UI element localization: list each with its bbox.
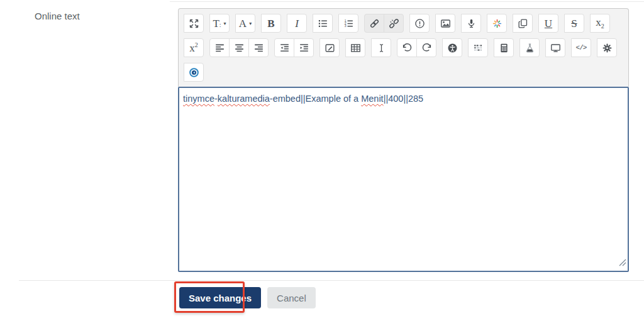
- link-button[interactable]: [364, 14, 384, 33]
- font-selector-icon: A: [239, 18, 247, 29]
- toolbar-button-group: [397, 38, 436, 57]
- redo-icon: [421, 42, 433, 54]
- manage-files-icon: [517, 18, 529, 30]
- toolbar-button-group: [442, 38, 462, 57]
- html-code-icon: </>: [576, 45, 587, 52]
- toolbar-row: x2</>: [184, 38, 623, 57]
- cancel-button[interactable]: Cancel: [267, 287, 316, 308]
- subscript-button[interactable]: x2: [590, 14, 610, 33]
- prevent-autolink-button[interactable]: [409, 14, 430, 33]
- editor-content-area[interactable]: tinymce-kalturamedia-embed||Example of a…: [178, 87, 629, 272]
- chevron-down-icon: ▾: [249, 21, 252, 26]
- toolbar-button-group: [319, 38, 340, 57]
- italic-button[interactable]: I: [287, 14, 307, 33]
- equation-editor-button[interactable]: [494, 38, 514, 57]
- kaltura-embed-button[interactable]: [487, 14, 507, 33]
- screenreader-helper-button[interactable]: [468, 38, 488, 57]
- toolbar-button-group: [371, 38, 391, 57]
- undo-button[interactable]: [397, 38, 417, 57]
- editor-text-segment: -embed||Example of a: [270, 94, 361, 104]
- screenreader-helper-icon: [472, 42, 484, 54]
- toolbar-button-group: [313, 14, 333, 33]
- record-audio-icon: [465, 18, 477, 30]
- paragraph-styles-icon: T:: [213, 18, 221, 29]
- italic-icon: I: [295, 18, 299, 29]
- page: { "form": { "field_label": "Online text"…: [0, 0, 644, 321]
- bold-button[interactable]: B: [261, 14, 281, 33]
- widget-icon: [601, 42, 613, 54]
- toolbar-button-group: [345, 38, 365, 57]
- chemistry-editor-button[interactable]: [519, 38, 540, 57]
- preview-button[interactable]: [545, 38, 565, 57]
- kaltura-media-icon: [188, 67, 200, 79]
- toolbar-button-group: </>: [571, 38, 591, 57]
- manage-files-button[interactable]: [513, 14, 533, 33]
- edit-mode-icon: [324, 42, 336, 54]
- outdent-icon: [279, 42, 291, 54]
- accessibility-checker-icon: [447, 42, 458, 54]
- record-audio-button[interactable]: [461, 14, 481, 33]
- bold-icon: B: [267, 18, 274, 29]
- text-cursor-button[interactable]: [371, 38, 391, 57]
- html-code-button[interactable]: </>: [571, 38, 591, 57]
- redo-button[interactable]: [416, 38, 436, 57]
- toolbar-button-group: [597, 38, 617, 57]
- font-selector-button[interactable]: A▾: [235, 14, 255, 33]
- toolbar-button-group: [468, 38, 488, 57]
- expand-icon: [188, 18, 200, 30]
- toolbar-button-group: x2: [590, 14, 610, 33]
- save-changes-button[interactable]: Save changes: [179, 287, 261, 308]
- edit-mode-button[interactable]: [319, 38, 340, 57]
- superscript-button[interactable]: x2: [184, 38, 204, 57]
- strikethrough-button[interactable]: S: [564, 14, 584, 33]
- equation-editor-icon: [498, 42, 510, 54]
- toolbar-button-group: [364, 14, 404, 33]
- ordered-list-button[interactable]: 123: [338, 14, 358, 33]
- align-right-button[interactable]: [248, 38, 269, 57]
- align-right-icon: [253, 42, 265, 54]
- field-label: Online text: [35, 11, 80, 21]
- accessibility-checker-button[interactable]: [442, 38, 462, 57]
- toolbar-row: [184, 63, 623, 82]
- toolbar-button-group: 123: [338, 14, 358, 33]
- toolbar-button-group: B: [261, 14, 281, 33]
- form-actions: Save changes Cancel: [179, 287, 316, 308]
- resize-handle-icon[interactable]: [619, 257, 626, 269]
- toolbar-button-group: [184, 63, 204, 82]
- toolbar-row: T:▾A▾BI123USx2: [184, 14, 623, 33]
- editor-text-segment: kalturamedia: [218, 94, 270, 104]
- underline-icon: U: [545, 18, 552, 29]
- toolbar-button-group: [487, 14, 507, 33]
- online-text-editor: T:▾A▾BI123USx2x2</> tinymce-kalturamedia…: [178, 8, 629, 272]
- unordered-list-button[interactable]: [313, 14, 333, 33]
- chemistry-editor-icon: [524, 42, 536, 54]
- unordered-list-icon: [317, 18, 329, 30]
- editor-toolbar: T:▾A▾BI123USx2x2</>: [178, 8, 629, 87]
- toolbar-button-group: U: [538, 14, 558, 33]
- kaltura-embed-icon: [491, 18, 503, 30]
- toolbar-button-group: S: [564, 14, 584, 33]
- ordered-list-icon: 123: [343, 18, 355, 30]
- undo-icon: [401, 42, 413, 54]
- table-button[interactable]: [345, 38, 365, 57]
- underline-button[interactable]: U: [538, 14, 558, 33]
- toolbar-button-group: I: [287, 14, 307, 33]
- prevent-autolink-icon: [414, 18, 426, 30]
- indent-button[interactable]: [294, 38, 314, 57]
- image-button[interactable]: [435, 14, 455, 33]
- unlink-button[interactable]: [384, 14, 404, 33]
- align-center-icon: [233, 42, 245, 54]
- chevron-down-icon: ▾: [224, 21, 226, 26]
- outdent-button[interactable]: [274, 38, 294, 57]
- align-center-button[interactable]: [229, 38, 249, 57]
- widget-button[interactable]: [597, 38, 617, 57]
- subscript-icon: x2: [596, 17, 604, 30]
- align-left-button[interactable]: [209, 38, 230, 57]
- expand-button[interactable]: [184, 14, 204, 33]
- kaltura-media-button[interactable]: [184, 63, 204, 82]
- editor-text-segment: Menit: [361, 94, 383, 104]
- link-icon: [369, 18, 380, 30]
- editor-text-segment: tinymce: [183, 94, 214, 104]
- paragraph-styles-button[interactable]: T:▾: [209, 14, 230, 33]
- toolbar-button-group: [519, 38, 540, 57]
